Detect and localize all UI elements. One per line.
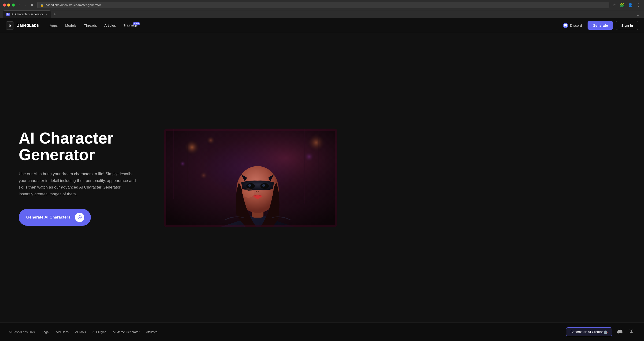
hero-title: AI Character Generator (19, 130, 150, 163)
footer-right: Become an AI Creator 🤖 (566, 328, 635, 336)
svg-point-4 (206, 136, 216, 145)
logo-icon: b (6, 21, 14, 30)
footer-link-legal[interactable]: Legal (42, 330, 50, 334)
minimize-window-dot[interactable] (7, 4, 10, 6)
generate-characters-button[interactable]: Generate AI Characters! (19, 209, 91, 226)
discord-button[interactable]: Discord (560, 21, 585, 30)
svg-point-19 (262, 184, 265, 187)
window-controls (3, 4, 15, 6)
forward-button[interactable]: › (23, 2, 27, 8)
svg-point-18 (248, 184, 251, 187)
footer-copyright: © BasedLabs 2024 (9, 330, 35, 334)
back-button[interactable]: ‹ (17, 2, 21, 8)
bookmark-button[interactable]: ☆ (612, 2, 617, 8)
svg-rect-9 (173, 128, 174, 199)
signin-button[interactable]: Sign In (616, 21, 638, 30)
svg-point-5 (179, 160, 186, 167)
become-creator-button[interactable]: Become an AI Creator 🤖 (566, 328, 612, 336)
footer-link-ai-plugins[interactable]: AI Plugins (92, 330, 106, 334)
nav-links: Apps Models Threads Articles Trainings N… (46, 22, 141, 29)
svg-rect-10 (187, 133, 188, 199)
svg-point-6 (307, 133, 326, 152)
twitter-footer-button[interactable] (628, 328, 635, 336)
discord-footer-button[interactable] (616, 328, 624, 336)
become-creator-label: Become an AI Creator 🤖 (570, 330, 608, 334)
profile-button[interactable]: 👤 (627, 2, 634, 8)
reload-button[interactable]: ✕ (29, 2, 35, 8)
svg-rect-11 (304, 128, 305, 204)
tab-title: AI Character Generator (12, 12, 43, 16)
svg-rect-12 (318, 131, 319, 201)
menu-button[interactable]: ⋮ (636, 2, 641, 8)
expand-button[interactable]: ⌄ (635, 12, 641, 18)
footer-link-ai-tools[interactable]: AI Tools (75, 330, 86, 334)
svg-point-21 (264, 184, 265, 186)
browser-action-buttons: ☆ 🧩 👤 ⋮ (612, 2, 641, 8)
svg-point-20 (250, 184, 250, 186)
navbar-right: Discord Generate Sign In (560, 21, 638, 30)
security-icon: 🔒 (40, 4, 44, 7)
main-navbar: b BasedLabs Apps Models Threads Articles… (0, 18, 644, 33)
hero-right (164, 128, 337, 227)
logo-name: BasedLabs (16, 23, 39, 28)
url-text: basedlabs.ai/tools/ai-character-generato… (46, 3, 101, 7)
footer: © BasedLabs 2024 Legal API Docs AI Tools… (0, 322, 644, 341)
tab-favicon: b (6, 13, 10, 16)
browser-navigation: ‹ › ✕ (17, 2, 35, 8)
trainings-badge: NEW (133, 22, 140, 25)
footer-link-api-docs[interactable]: API Docs (56, 330, 68, 334)
discord-label: Discord (570, 24, 582, 28)
maximize-window-dot[interactable] (12, 4, 15, 6)
logo-area[interactable]: b BasedLabs (6, 21, 39, 30)
footer-link-affiliates[interactable]: Affiliates (146, 330, 158, 334)
nav-link-articles[interactable]: Articles (101, 22, 119, 29)
footer-left: © BasedLabs 2024 Legal API Docs AI Tools… (9, 330, 157, 334)
main-content: AI Character Generator Use our AI to bri… (0, 33, 644, 322)
tab-bar: b AI Character Generator × + ⌄ (0, 10, 644, 18)
nav-link-models[interactable]: Models (62, 22, 80, 29)
generate-nav-button[interactable]: Generate (588, 21, 613, 30)
hero-image (164, 128, 337, 227)
nav-link-trainings[interactable]: Trainings NEW (120, 22, 141, 29)
nav-link-threads[interactable]: Threads (81, 22, 100, 29)
svg-point-3 (184, 139, 200, 156)
new-tab-button[interactable]: + (51, 11, 58, 18)
address-bar[interactable]: 🔒 basedlabs.ai/tools/ai-character-genera… (37, 2, 609, 8)
tab-close-button[interactable]: × (45, 13, 48, 16)
browser-chrome: ‹ › ✕ 🔒 basedlabs.ai/tools/ai-character-… (0, 0, 644, 10)
hero-left: AI Character Generator Use our AI to bri… (19, 130, 150, 226)
extensions-button[interactable]: 🧩 (619, 2, 625, 8)
hero-description: Use our AI to bring your dream character… (19, 171, 136, 198)
cta-label: Generate AI Characters! (26, 215, 72, 220)
discord-icon (563, 23, 568, 28)
svg-point-22 (242, 188, 254, 198)
active-tab[interactable]: b AI Character Generator × (3, 10, 51, 18)
close-window-dot[interactable] (3, 4, 6, 6)
nav-link-apps[interactable]: Apps (46, 22, 61, 29)
svg-point-8 (200, 171, 208, 180)
footer-link-ai-meme[interactable]: AI Meme Generator (113, 330, 139, 334)
cta-icon (75, 213, 84, 222)
